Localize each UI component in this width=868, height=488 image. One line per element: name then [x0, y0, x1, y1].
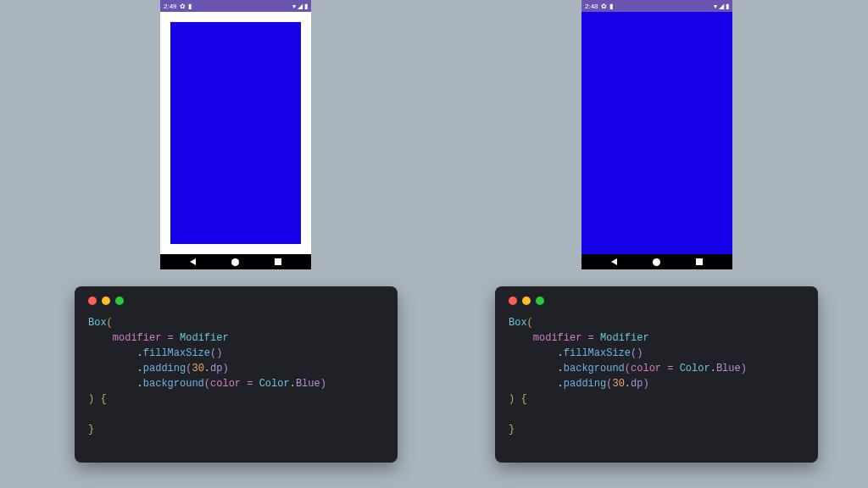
code-token: ) [643, 378, 648, 390]
code-token: padding [564, 378, 606, 390]
code-token: . [625, 378, 631, 390]
code-token: = [241, 378, 259, 390]
code-token: ) [222, 363, 228, 374]
code-token: background [564, 363, 625, 374]
code-token: modifier [533, 332, 582, 344]
blue-box [170, 22, 301, 244]
code-token: ) [741, 363, 747, 374]
gear-icon: ✿ [601, 3, 607, 10]
code-token: ) [320, 378, 326, 390]
window-controls [509, 297, 804, 305]
code-token: . [137, 378, 143, 390]
status-bar: 2:49 ✿ ▮ ▾ ◢ ▮ [160, 0, 311, 12]
recents-icon [275, 258, 281, 265]
close-icon [509, 297, 517, 305]
navigation-bar [160, 254, 311, 269]
minimize-icon [522, 297, 531, 305]
back-icon [611, 258, 617, 265]
battery-icon: ▮ [304, 3, 308, 10]
window-controls [88, 297, 384, 305]
phone-mockup-right: 2:48 ✿ ▮ ▾ ◢ ▮ [581, 0, 732, 269]
code-token: } [509, 424, 515, 435]
code-token: 30 [612, 378, 624, 390]
app-content-area [581, 12, 732, 254]
status-time: 2:49 [164, 3, 177, 10]
code-token: . [558, 347, 564, 359]
wifi-icon: ▾ [292, 3, 296, 10]
code-token: . [290, 378, 296, 390]
code-token: () [631, 347, 643, 359]
code-token: { [515, 393, 526, 405]
code-token: = [581, 332, 600, 344]
code-token: color [631, 363, 661, 374]
navigation-bar [581, 254, 732, 269]
code-token: color [210, 378, 241, 390]
maximize-icon [536, 297, 544, 305]
code-token: padding [143, 363, 186, 374]
code-snippet-left: Box( modifier = Modifier .fillMaxSize() … [75, 286, 398, 463]
maximize-icon [115, 297, 124, 305]
code-token: Modifier [180, 332, 229, 344]
code-token: Modifier [600, 332, 649, 344]
home-icon [653, 258, 660, 266]
code-token: dp [210, 363, 222, 374]
code-block: Box( modifier = Modifier .fillMaxSize() … [509, 315, 804, 437]
code-token: () [210, 347, 222, 359]
code-token: ( [527, 317, 533, 329]
code-snippet-right: Box( modifier = Modifier .fillMaxSize() … [495, 286, 818, 463]
code-token: ( [625, 363, 631, 374]
code-token: Blue [296, 378, 320, 390]
close-icon [88, 297, 97, 305]
code-block: Box( modifier = Modifier .fillMaxSize() … [88, 315, 384, 437]
code-token: fillMaxSize [143, 347, 210, 359]
code-token: dp [631, 378, 643, 390]
signal-icon: ◢ [719, 3, 724, 10]
signal-icon: ◢ [298, 3, 303, 10]
code-token: } [88, 424, 94, 435]
code-token: Blue [716, 363, 741, 374]
code-token: . [137, 347, 143, 359]
bug-icon: ▮ [188, 3, 192, 10]
bug-icon: ▮ [609, 3, 613, 10]
code-token: ( [107, 317, 113, 329]
back-icon [190, 258, 196, 265]
code-token: background [143, 378, 204, 390]
code-token: . [558, 363, 564, 374]
code-token: ( [204, 378, 210, 390]
home-icon [231, 258, 239, 266]
code-token: { [94, 393, 106, 405]
recents-icon [696, 258, 703, 265]
code-token: . [137, 363, 143, 374]
status-time: 2:48 [585, 3, 598, 10]
code-token: Box [88, 317, 107, 329]
code-token: modifier [113, 332, 162, 344]
code-token: = [161, 332, 180, 344]
phone-mockup-left: 2:49 ✿ ▮ ▾ ◢ ▮ [160, 0, 311, 269]
code-token: Color [680, 363, 710, 374]
status-bar: 2:48 ✿ ▮ ▾ ◢ ▮ [581, 0, 732, 12]
wifi-icon: ▾ [714, 3, 717, 10]
code-token: Box [509, 317, 527, 329]
gear-icon: ✿ [180, 3, 186, 10]
code-token: Color [259, 378, 290, 390]
app-content-area [160, 12, 311, 254]
battery-icon: ▮ [726, 3, 729, 10]
code-token: = [661, 363, 680, 374]
minimize-icon [102, 297, 110, 305]
code-token: fillMaxSize [564, 347, 631, 359]
blue-box [581, 12, 732, 254]
code-token: . [710, 363, 716, 374]
code-token: 30 [192, 363, 203, 374]
code-token: . [204, 363, 210, 374]
code-token: . [558, 378, 564, 390]
